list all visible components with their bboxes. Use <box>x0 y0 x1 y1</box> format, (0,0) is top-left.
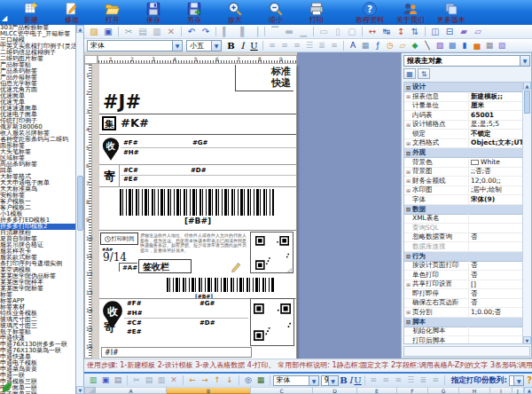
property-row[interactable]: 按设计页面打印否 <box>404 262 522 272</box>
property-row[interactable]: 忽略数据查询否 <box>404 233 522 243</box>
field-i[interactable]: #I# <box>101 347 252 358</box>
expand-icon[interactable]: ⊞ <box>404 309 412 315</box>
property-group-18[interactable]: ⊟行为 <box>404 252 522 262</box>
property-value[interactable]: 厘米 <box>469 101 522 110</box>
font-family-combo[interactable]: 宋体 ▼ <box>87 40 183 51</box>
picture-icon[interactable]: ▩ <box>447 40 458 51</box>
property-row[interactable]: ⊞财务金额线12;0.00;; <box>404 177 522 186</box>
property-value[interactable]: 是;是;5;5 <box>469 120 522 129</box>
column-header-J[interactable]: J <box>512 387 524 394</box>
signature-cell[interactable]: 签收栏 <box>138 259 192 273</box>
expand-icon[interactable]: ⊞ <box>404 187 412 193</box>
copies-column-combo[interactable]: ▼ <box>509 375 524 386</box>
align-middle-icon[interactable]: ▬ <box>283 26 295 37</box>
justify-full-icon[interactable]: ☰ <box>304 40 315 51</box>
property-group-25[interactable]: ⊟脚本 <box>404 318 522 327</box>
sheet-size-combo[interactable]: 9 ▼ <box>321 375 339 386</box>
field-k[interactable]: #K# <box>121 116 149 130</box>
sheet-row-tools-icon[interactable]: ↓ <box>224 374 235 386</box>
sheet-paste-icon[interactable]: ▥ <box>156 374 167 386</box>
sheet-row-up-icon[interactable]: ↑ <box>212 374 223 386</box>
field-c[interactable]: #C# <box>127 319 142 327</box>
chevron-down-icon[interactable]: ▼ <box>328 376 338 385</box>
chevron-down-icon[interactable]: ▼ <box>172 41 182 51</box>
space-h2-icon[interactable]: ↹ <box>380 26 393 37</box>
collapse-icon[interactable]: ⊟ <box>404 319 412 325</box>
property-row[interactable]: XML表名 <box>404 215 522 225</box>
property-value[interactable]: 65001 <box>469 111 522 119</box>
terms-text[interactable]: 货物送达收件人地址、经收件人或收件人允许的代收人签收，视为送达。您使用本快递单即… <box>140 233 246 260</box>
column-header-B[interactable]: B <box>167 387 251 394</box>
field-e[interactable]: #E# <box>123 176 138 183</box>
column-header-H[interactable]: H <box>459 387 490 394</box>
expand-icon[interactable]: ⊞ <box>404 93 412 99</box>
save-icon[interactable]: ▣ <box>102 26 114 37</box>
property-row[interactable]: 确保左右页边距否 <box>404 299 522 309</box>
property-value[interactable]: 否 <box>469 289 522 298</box>
property-row[interactable]: 打印后脚本 <box>404 336 522 344</box>
field-g[interactable]: #G# <box>192 139 207 146</box>
collapse-icon[interactable]: ⊟ <box>404 253 412 259</box>
justify-right-icon[interactable]: ≡ <box>292 40 302 51</box>
space-v2-icon[interactable]: ⇅ <box>409 26 421 37</box>
bring-front-icon[interactable]: ▰ <box>458 26 470 37</box>
property-row[interactable]: 锁定不锁定 <box>404 130 522 139</box>
field-f[interactable]: #F# <box>123 139 138 146</box>
field-c[interactable]: #C# <box>123 167 138 174</box>
column-header-I[interactable]: I <box>490 387 512 394</box>
sheet-italic-button[interactable]: I <box>348 374 355 386</box>
property-row[interactable]: ⊞文档格式Object;文本;UTF8 <box>404 139 522 149</box>
property-row[interactable]: 背景色White <box>404 158 522 168</box>
toolbar-button-edit[interactable]: 修改 <box>51 0 92 25</box>
expand-icon[interactable]: ⊞ <box>404 169 412 175</box>
sheet-justify-left-icon[interactable]: ≡ <box>368 374 379 386</box>
property-group-13[interactable]: ⊟数据 <box>404 205 522 215</box>
sheet-insert-right-icon[interactable]: → <box>200 374 210 386</box>
sheet-justify-full-icon[interactable]: ☰ <box>405 374 416 386</box>
property-value[interactable]: 新建模板;; <box>469 92 522 101</box>
font-size-combo[interactable]: 小五 ▼ <box>186 40 222 51</box>
property-group-7[interactable]: ⊟外观 <box>404 148 522 158</box>
property-value[interactable]: 否 <box>469 261 522 270</box>
qr-code[interactable] <box>250 298 294 346</box>
field-f[interactable]: #F# <box>127 300 142 307</box>
toolbar-button-print[interactable]: 打印 <box>296 0 337 25</box>
align-right-icon[interactable]: ▕ <box>248 26 261 37</box>
page-icon[interactable]: ▱ <box>397 40 408 51</box>
cut-icon[interactable]: ✂ <box>122 26 135 37</box>
font-color-icon[interactable]: A <box>348 40 358 51</box>
bold-button[interactable]: B <box>225 40 237 51</box>
center-v-icon[interactable]: ⊟ <box>443 26 456 37</box>
property-value[interactable]: 否 <box>469 232 522 241</box>
toolbar-button-open[interactable]: 打开 <box>92 0 133 25</box>
template-list-scrollbar[interactable]: ▲ ▼ <box>76 25 84 394</box>
fill-rect-icon[interactable]: ▮ <box>459 40 470 51</box>
toolbar-button-about[interactable]: 关于我们 <box>390 0 431 25</box>
field-a2[interactable]: #A# <box>119 263 137 272</box>
property-grid-scrollbar[interactable]: ▲ ▼ <box>522 82 530 344</box>
layers-icon[interactable]: ▧ <box>497 40 507 51</box>
property-value[interactable]: 12;0.00;; <box>469 177 522 185</box>
image-icon[interactable]: ▦ <box>360 40 371 51</box>
field-h[interactable]: #H# <box>123 149 139 156</box>
scroll-down-icon[interactable]: ▼ <box>523 336 531 344</box>
align-center-icon[interactable]: ▐ <box>234 26 246 37</box>
property-value[interactable]: 否 <box>469 271 522 280</box>
scrollbar-thumb[interactable] <box>77 176 83 231</box>
sheet-underline-button[interactable]: U <box>354 374 361 386</box>
italic-button[interactable]: I <box>237 40 248 51</box>
toolbar-button-versions[interactable]: 更多版本 <box>431 0 472 25</box>
property-row[interactable]: ⊞背景图;;否;否 <box>404 168 522 177</box>
expand-icon[interactable]: ⊞ <box>404 177 412 184</box>
receiver-pin-icon[interactable]: 收 <box>101 137 121 162</box>
justify-center-icon[interactable]: ≡ <box>279 40 290 51</box>
property-value[interactable]: 否 <box>469 298 522 307</box>
property-row[interactable]: ⊞设计辅格点是;是;5;5 <box>404 121 522 130</box>
property-value[interactable]: 1;0.00;否 <box>469 308 522 317</box>
sheet-justify-top-icon[interactable]: ≣ <box>418 374 428 386</box>
property-value[interactable]: White <box>469 158 522 166</box>
property-row[interactable]: 初始化脚本 <box>404 327 522 337</box>
scroll-down-icon[interactable]: ▼ <box>76 386 84 394</box>
toolbar-button-new[interactable]: 新建 <box>11 0 51 25</box>
justify-left-icon[interactable]: ≡ <box>267 40 278 51</box>
